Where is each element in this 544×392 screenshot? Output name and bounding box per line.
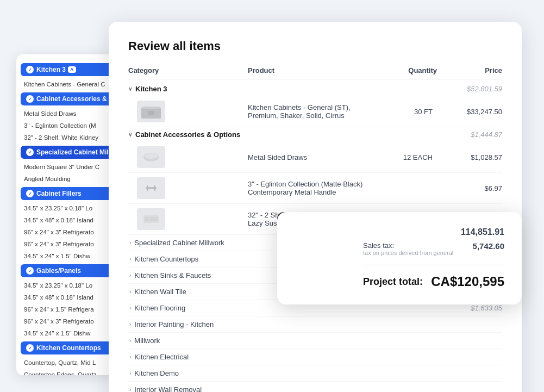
chevron-right-icon: › — [129, 289, 131, 295]
product-price-cabinets: $33,247.50 — [437, 108, 502, 116]
category-kitchen3[interactable]: ∨ Kitchen 3 $52,801.59 — [128, 82, 502, 96]
collapsed-section-name: › Kitchen Flooring — [128, 304, 248, 312]
sidebar-section-label: Cabinet Accessories & Opt — [36, 95, 120, 103]
total-row: Project total: CA$120,595 — [363, 274, 504, 289]
subtotal-row: 114,851.91 — [363, 227, 504, 237]
totals-card: 114,851.91 Sales tax: tax on prices deri… — [277, 212, 522, 304]
collapsed-section-name: › Interior Painting - Kitchen — [128, 320, 248, 328]
sidebar-section-label: Kitchen Countertops — [36, 344, 101, 352]
product-thumbnail — [137, 146, 165, 168]
category-label: Kitchen 3 — [135, 85, 167, 93]
tax-amount: 5,742.60 — [473, 241, 504, 251]
product-qty-cabinets: 30 FT — [372, 108, 437, 116]
svg-rect-6 — [147, 185, 148, 191]
sidebar-section-label: Cabinet Fillers — [36, 190, 82, 197]
product-row-metal-draws: Metal Sided Draws 12 EACH $1,028.57 — [128, 142, 502, 173]
collapsed-section-name: › Kitchen Wall Tile — [128, 288, 248, 296]
collapsed-section-name: › Kitchen Countertops — [128, 255, 248, 263]
review-card: Review all items Category Product Quanti… — [109, 22, 522, 392]
chevron-right-icon: › — [129, 387, 131, 392]
product-qty-draws: 12 EACH — [372, 153, 437, 161]
chevron-right-icon: › — [129, 338, 131, 344]
col-price: Price — [437, 66, 502, 74]
product-name-eglinton: 3" - Eglinton Collection (Matte Black) C… — [248, 180, 372, 196]
svg-rect-9 — [145, 217, 149, 221]
svg-rect-1 — [142, 107, 160, 109]
product-thumbnail — [137, 177, 165, 199]
collapsed-row[interactable]: › Interior Painting - Kitchen — [128, 316, 502, 333]
totals-area: 114,851.91 Sales tax: tax on prices deri… — [295, 227, 504, 289]
product-thumbnail — [137, 208, 165, 230]
tax-label: Sales tax: tax on prices derived from ge… — [363, 241, 453, 256]
chevron-right-icon: › — [129, 305, 131, 311]
subtotal-amount: 114,851.91 — [439, 227, 504, 237]
category-total: $52,801.59 — [437, 85, 502, 93]
product-price-eglinton: $6.97 — [437, 184, 502, 192]
chevron-right-icon: › — [129, 272, 131, 278]
collapsed-row[interactable]: › Interior Wall Removal — [128, 382, 502, 392]
collapsed-section-name: › Kitchen Sinks & Faucets — [128, 271, 248, 279]
product-thumb-area — [128, 146, 248, 168]
sidebar-section-label: Kitchen 3 — [36, 66, 66, 73]
total-label: Project total: — [363, 276, 423, 288]
collapsed-section-name: › Interior Wall Removal — [128, 385, 248, 392]
sidebar-section-label: Specialized Cabinet Millwo — [36, 148, 120, 156]
chevron-down-icon: ∨ — [128, 132, 132, 138]
chevron-right-icon: › — [129, 370, 131, 376]
sidebar-badge: A — [68, 66, 76, 73]
collapsed-section-name: › Kitchen Demo — [128, 369, 248, 377]
chevron-right-icon: › — [129, 256, 131, 262]
tax-label-main: Sales tax: — [363, 241, 394, 250]
col-product: Product — [248, 66, 372, 74]
collapsed-row[interactable]: › Kitchen Electrical — [128, 349, 502, 365]
page-title: Review all items — [128, 39, 502, 53]
category-total-accessories: $1,444.87 — [437, 130, 502, 139]
chevron-right-icon: › — [129, 354, 131, 360]
product-thumbnail — [137, 101, 165, 122]
collapsed-row[interactable]: › Millwork — [128, 333, 502, 349]
chevron-right-icon: › — [129, 240, 131, 246]
tax-label-sub: tax on prices derived from general — [363, 250, 453, 256]
product-name-cabinets: Kitchen Cabinets - General (ST), Premium… — [248, 103, 372, 120]
product-thumb-area — [128, 101, 248, 122]
table-header: Category Product Quantity Price — [128, 66, 502, 79]
category-cabinet-accessories[interactable]: ∨ Cabinet Accessories & Options $1,444.8… — [128, 127, 502, 142]
svg-rect-2 — [148, 111, 154, 115]
collapsed-row[interactable]: › Kitchen Demo — [128, 365, 502, 382]
category-label: Cabinet Accessories & Options — [135, 130, 240, 139]
product-row-eglinton: 3" - Eglinton Collection (Matte Black) C… — [128, 173, 502, 204]
chevron-right-icon: › — [129, 321, 131, 327]
collapsed-section-name: › Specialized Cabinet Millwork — [128, 239, 248, 247]
collapsed-section-name: › Kitchen Electrical — [128, 353, 248, 361]
chevron-down-icon: ∨ — [128, 86, 132, 92]
product-thumb-area — [128, 208, 248, 230]
product-name-draws: Metal Sided Draws — [248, 153, 372, 161]
svg-rect-10 — [150, 217, 158, 221]
total-amount: CA$120,595 — [431, 274, 504, 289]
sidebar-section-label: Gables/Panels — [36, 267, 81, 275]
svg-rect-7 — [154, 185, 155, 191]
product-price-draws: $1,028.57 — [437, 153, 502, 161]
col-category: Category — [128, 66, 248, 74]
product-thumb-area — [128, 177, 248, 199]
collapsed-section-name: › Millwork — [128, 337, 248, 345]
collapsed-section-price: $1,633.05 — [437, 304, 502, 312]
col-quantity: Quantity — [372, 66, 437, 74]
svg-point-4 — [145, 153, 158, 159]
tax-row: Sales tax: tax on prices derived from ge… — [363, 241, 504, 265]
product-row-cabinets: Kitchen Cabinets - General (ST), Premium… — [128, 96, 502, 127]
